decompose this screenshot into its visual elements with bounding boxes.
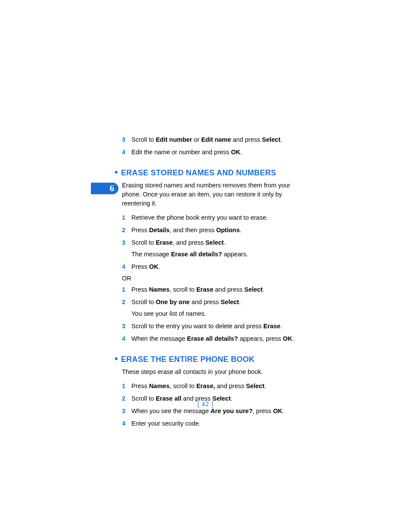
step-line: 3Scroll to Erase, and press Select. xyxy=(122,238,307,247)
step-number: 4 xyxy=(122,419,131,428)
section2-intro: These steps erase all contacts in your p… xyxy=(122,367,307,376)
step-text: When the message Erase all details? appe… xyxy=(131,334,307,343)
step-text: Scroll to the entry you want to delete a… xyxy=(131,322,307,331)
step-line: 3Scroll to Edit number or Edit name and … xyxy=(122,135,307,144)
step-text: Press Names, scroll to Erase, and press … xyxy=(131,382,307,391)
step-text: Edit the name or number and press OK. xyxy=(131,148,307,157)
section1-intro: Erasing stored names and numbers removes… xyxy=(122,181,307,208)
step-subtext: You see your list of names. xyxy=(131,309,307,318)
step-number: 3 xyxy=(122,135,131,144)
step-line: 3Scroll to the entry you want to delete … xyxy=(122,322,307,331)
step-number: 4 xyxy=(122,334,131,343)
step-number: 1 xyxy=(122,213,131,222)
step-line: 4Edit the name or number and press OK. xyxy=(122,148,307,157)
step-number: 1 xyxy=(122,285,131,294)
section-heading-1: • ERASE STORED NAMES AND NUMBERS xyxy=(115,168,307,177)
step-number: 1 xyxy=(122,382,131,391)
step-text: When you see the message Are you sure?, … xyxy=(131,407,307,416)
step-line: 1Retrieve the phone book entry you want … xyxy=(122,213,307,222)
step-number: 2 xyxy=(122,226,131,235)
step-number: 4 xyxy=(122,148,131,157)
page-number: [ 42 ] xyxy=(0,401,411,408)
step-line: 3When you see the message Are you sure?,… xyxy=(122,407,307,416)
step-line: 1Press Names, scroll to Erase, and press… xyxy=(122,382,307,391)
step-text: Press Details, and then press Options. xyxy=(131,226,307,235)
step-line: 1Press Names, scroll to Erase and press … xyxy=(122,285,307,294)
section-heading-2: • ERASE THE ENTIRE PHONE BOOK xyxy=(115,355,307,364)
bullet-icon: • xyxy=(115,354,118,364)
step-line: 4Press OK. xyxy=(122,262,307,271)
step-text: Retrieve the phone book entry you want t… xyxy=(131,213,307,222)
section-title-2: ERASE THE ENTIRE PHONE BOOK xyxy=(121,355,255,364)
section1-steps-b: 1Press Names, scroll to Erase and press … xyxy=(122,285,307,343)
chapter-number: 6 xyxy=(110,183,115,194)
step-text: Enter your security code. xyxy=(131,419,307,428)
step-line: 2Scroll to One by one and press Select. xyxy=(122,298,307,307)
step-text: Scroll to Erase, and press Select. xyxy=(131,238,307,247)
step-text: Scroll to Edit number or Edit name and p… xyxy=(131,135,307,144)
step-number: 2 xyxy=(122,298,131,307)
step-number: 3 xyxy=(122,322,131,331)
step-number: 3 xyxy=(122,238,131,247)
step-line: 4Enter your security code. xyxy=(122,419,307,428)
step-subtext: The message Erase all details? appears. xyxy=(131,250,307,259)
top-steps: 3Scroll to Edit number or Edit name and … xyxy=(122,135,307,157)
step-text: Press OK. xyxy=(131,262,307,271)
step-text: Scroll to One by one and press Select. xyxy=(131,298,307,307)
page-content: 3Scroll to Edit number or Edit name and … xyxy=(122,135,307,432)
step-number: 3 xyxy=(122,407,131,416)
step-line: 4When the message Erase all details? app… xyxy=(122,334,307,343)
section1-steps-a: 1Retrieve the phone book entry you want … xyxy=(122,213,307,271)
chapter-tab: 6 xyxy=(94,183,118,194)
step-text: Press Names, scroll to Erase and press S… xyxy=(131,285,307,294)
or-separator: OR xyxy=(122,275,307,282)
step-line: 2Press Details, and then press Options. xyxy=(122,226,307,235)
bullet-icon: • xyxy=(115,168,118,177)
step-number: 4 xyxy=(122,262,131,271)
section-title-1: ERASE STORED NAMES AND NUMBERS xyxy=(121,168,276,177)
